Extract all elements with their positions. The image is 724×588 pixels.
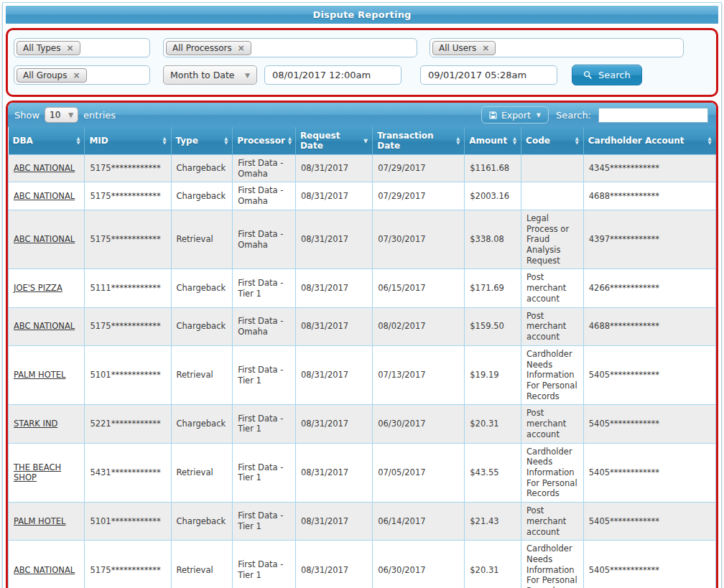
cell-code [521, 182, 584, 210]
column-header-dba[interactable]: DBA▲▼ [9, 127, 85, 155]
sort-both-icon: ▲▼ [513, 136, 516, 145]
chevron-down-icon: ▼ [68, 111, 73, 118]
dba-link[interactable]: PALM HOTEL [14, 370, 65, 380]
cell-cardholder: 5405************ [583, 503, 715, 541]
dba-link[interactable]: ABC NATIONAL [14, 565, 75, 575]
dba-link[interactable]: ABC NATIONAL [14, 234, 75, 244]
column-header-code[interactable]: Code▲▼ [521, 127, 584, 155]
table-row: ABC NATIONAL5175************ChargebackFi… [9, 155, 716, 182]
type-filter-tag-label: All Types [23, 43, 61, 53]
column-header-cardholder-account[interactable]: Cardholder Account▲▼ [583, 127, 715, 155]
cell-type: Retrieval [171, 443, 233, 503]
remove-type-filter-icon[interactable]: × [67, 43, 74, 53]
cell-transaction-date: 06/30/2017 [373, 541, 465, 588]
cell-amount: $338.08 [465, 210, 521, 269]
user-filter-tag: All Users × [432, 41, 496, 55]
column-header-amount[interactable]: Amount▲▼ [465, 127, 521, 155]
column-label: Cardholder Account [588, 136, 684, 146]
date-to-input[interactable]: 09/01/2017 05:28am [420, 65, 557, 85]
group-filter-input[interactable]: All Groups × [14, 65, 150, 85]
cell-amount: $43.55 [465, 443, 521, 503]
cell-type: Retrieval [171, 345, 233, 405]
table-search-input[interactable] [598, 108, 708, 123]
date-from-input[interactable]: 08/01/2017 12:00am [264, 65, 402, 85]
export-button[interactable]: Export ▼ [481, 106, 549, 123]
cell-processor: First Data - Omaha [233, 182, 296, 210]
remove-processor-filter-icon[interactable]: × [238, 43, 245, 53]
dba-link[interactable]: JOE'S PIZZA [14, 283, 62, 293]
column-header-transaction-date[interactable]: Transaction Date▲▼ [373, 127, 465, 155]
cell-mid: 5175************ [85, 307, 171, 345]
cell-cardholder: 4688************ [583, 307, 715, 345]
cell-dba: PALM HOTEL [9, 345, 85, 405]
cell-mid: 5175************ [85, 541, 171, 588]
table-row: JOE'S PIZZA5111************ChargebackFir… [9, 269, 716, 307]
cell-dba: ABC NATIONAL [9, 210, 85, 269]
page-title: Dispute Reporting [6, 6, 718, 24]
table-row: PALM HOTEL5101************ChargebackFirs… [9, 503, 716, 541]
cell-type: Retrieval [171, 210, 233, 269]
date-range-select-value: Month to Date [170, 70, 235, 80]
table-row: ABC NATIONAL5175************RetrievalFir… [9, 541, 716, 588]
search-button[interactable]: Search [572, 65, 642, 85]
user-filter-input[interactable]: All Users × [430, 38, 684, 57]
cell-processor: First Data - Tier 1 [233, 443, 296, 503]
cell-request-date: 08/31/2017 [295, 307, 372, 345]
cell-amount: $19.19 [465, 345, 521, 405]
dba-link[interactable]: THE BEACH SHOP [14, 462, 61, 483]
disputes-table: DBA▲▼MID▲▼Type▲▼Processor▲▼Request Date▼… [8, 127, 716, 588]
chevron-down-icon: ▼ [245, 72, 250, 79]
group-filter-tag-label: All Groups [23, 70, 67, 80]
column-header-type[interactable]: Type▲▼ [171, 127, 233, 155]
page-size-value: 10 [50, 110, 60, 120]
dba-link[interactable]: ABC NATIONAL [14, 191, 75, 201]
type-filter-tag: All Types × [17, 41, 80, 55]
page-size-select[interactable]: 10 ▼ [45, 107, 78, 123]
column-header-mid[interactable]: MID▲▼ [85, 127, 171, 155]
cell-request-date: 08/31/2017 [295, 443, 372, 503]
table-row: STARK IND5221************ChargebackFirst… [9, 405, 716, 443]
cell-processor: First Data - Omaha [233, 210, 296, 269]
cell-type: Retrieval [171, 541, 233, 588]
cell-cardholder: 5405************ [583, 345, 715, 405]
dba-link[interactable]: PALM HOTEL [14, 516, 65, 526]
save-disk-icon [489, 111, 497, 119]
cell-type: Chargeback [171, 307, 233, 345]
column-label: Request Date [300, 131, 361, 151]
dba-link[interactable]: ABC NATIONAL [14, 321, 75, 331]
cell-amount: $20.31 [465, 405, 521, 443]
cell-transaction-date: 08/02/2017 [373, 307, 465, 345]
dba-link[interactable]: STARK IND [14, 419, 57, 429]
type-filter-input[interactable]: All Types × [14, 38, 150, 57]
chevron-down-icon: ▼ [537, 112, 541, 118]
remove-group-filter-icon[interactable]: × [73, 70, 80, 80]
cell-transaction-date: 07/29/2017 [373, 182, 465, 210]
cell-code: Post merchant account [521, 269, 584, 307]
column-label: Type [176, 136, 198, 146]
processor-filter-input[interactable]: All Processors × [163, 38, 417, 57]
column-header-request-date[interactable]: Request Date▼ [295, 127, 372, 155]
show-label: Show [14, 110, 40, 121]
cell-mid: 5221************ [85, 405, 171, 443]
cell-cardholder: 4397************ [583, 210, 715, 269]
column-label: Processor [237, 136, 285, 146]
cell-processor: First Data - Tier 1 [233, 405, 296, 443]
date-range-select[interactable]: Month to Date ▼ [163, 65, 257, 85]
sort-both-icon: ▲▼ [163, 136, 167, 145]
cell-amount: $1161.68 [465, 155, 521, 182]
cell-type: Chargeback [171, 503, 233, 541]
cell-processor: First Data - Omaha [233, 307, 296, 345]
table-row: PALM HOTEL5101************RetrievalFirst… [9, 345, 716, 405]
cell-request-date: 08/31/2017 [295, 405, 372, 443]
cell-dba: THE BEACH SHOP [9, 443, 85, 503]
cell-mid: 5101************ [85, 345, 171, 405]
cell-code: Legal Process or Fraud Analysis Request [521, 210, 584, 269]
column-header-processor[interactable]: Processor▲▼ [233, 127, 296, 155]
processor-filter-tag-label: All Processors [172, 43, 232, 53]
table-row: ABC NATIONAL5175************ChargebackFi… [9, 307, 716, 345]
page-size-controls: Show 10 ▼ entries [14, 107, 116, 123]
cell-dba: ABC NATIONAL [9, 541, 85, 588]
remove-user-filter-icon[interactable]: × [482, 43, 489, 53]
cell-transaction-date: 07/29/2017 [373, 155, 465, 182]
dba-link[interactable]: ABC NATIONAL [14, 163, 75, 173]
